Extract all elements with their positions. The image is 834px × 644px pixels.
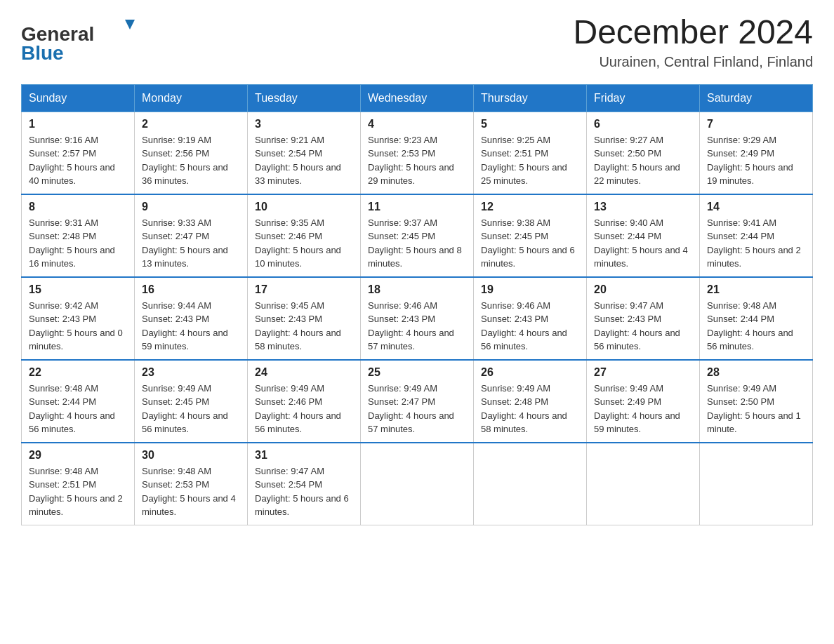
- day-info: Sunrise: 9:48 AM Sunset: 2:53 PM Dayligh…: [142, 464, 240, 519]
- day-header-tuesday: Tuesday: [248, 84, 361, 112]
- calendar-week-1: 1 Sunrise: 9:16 AM Sunset: 2:57 PM Dayli…: [22, 112, 813, 194]
- calendar-table: SundayMondayTuesdayWednesdayThursdayFrid…: [21, 84, 813, 525]
- day-info: Sunrise: 9:44 AM Sunset: 2:43 PM Dayligh…: [142, 299, 240, 354]
- day-number: 4: [368, 118, 466, 130]
- calendar-cell: 5 Sunrise: 9:25 AM Sunset: 2:51 PM Dayli…: [474, 112, 587, 194]
- calendar-cell: 19 Sunrise: 9:46 AM Sunset: 2:43 PM Dayl…: [474, 277, 587, 360]
- day-info: Sunrise: 9:49 AM Sunset: 2:50 PM Dayligh…: [707, 382, 805, 436]
- calendar-cell: 23 Sunrise: 9:49 AM Sunset: 2:45 PM Dayl…: [135, 360, 248, 443]
- day-number: 5: [481, 118, 579, 130]
- calendar-cell: 25 Sunrise: 9:49 AM Sunset: 2:47 PM Dayl…: [361, 360, 474, 443]
- day-number: 29: [29, 449, 127, 462]
- calendar-cell: 28 Sunrise: 9:49 AM Sunset: 2:50 PM Dayl…: [700, 360, 813, 443]
- calendar-cell: 1 Sunrise: 9:16 AM Sunset: 2:57 PM Dayli…: [22, 112, 135, 194]
- day-header-sunday: Sunday: [22, 84, 135, 112]
- day-number: 20: [594, 283, 692, 296]
- day-number: 7: [707, 118, 805, 130]
- day-number: 15: [29, 283, 127, 296]
- day-number: 19: [481, 283, 579, 296]
- day-info: Sunrise: 9:49 AM Sunset: 2:47 PM Dayligh…: [368, 382, 466, 436]
- day-info: Sunrise: 9:47 AM Sunset: 2:54 PM Dayligh…: [255, 464, 353, 519]
- day-info: Sunrise: 9:31 AM Sunset: 2:48 PM Dayligh…: [29, 216, 127, 271]
- day-number: 1: [29, 118, 127, 130]
- calendar-cell: 31 Sunrise: 9:47 AM Sunset: 2:54 PM Dayl…: [248, 443, 361, 525]
- day-number: 16: [142, 283, 240, 296]
- calendar-cell: 20 Sunrise: 9:47 AM Sunset: 2:43 PM Dayl…: [587, 277, 700, 360]
- calendar-cell: 15 Sunrise: 9:42 AM Sunset: 2:43 PM Dayl…: [22, 277, 135, 360]
- day-number: 31: [255, 449, 353, 462]
- day-number: 8: [29, 201, 127, 213]
- day-info: Sunrise: 9:40 AM Sunset: 2:44 PM Dayligh…: [594, 216, 692, 271]
- day-info: Sunrise: 9:47 AM Sunset: 2:43 PM Dayligh…: [594, 299, 692, 354]
- logo-general-text: General Blue: [21, 14, 154, 66]
- calendar-cell: 7 Sunrise: 9:29 AM Sunset: 2:49 PM Dayli…: [700, 112, 813, 194]
- day-info: Sunrise: 9:25 AM Sunset: 2:51 PM Dayligh…: [481, 133, 579, 188]
- calendar-cell: 21 Sunrise: 9:48 AM Sunset: 2:44 PM Dayl…: [700, 277, 813, 360]
- calendar-cell: [361, 443, 474, 525]
- day-number: 9: [142, 201, 240, 213]
- day-number: 21: [707, 283, 805, 296]
- day-info: Sunrise: 9:23 AM Sunset: 2:53 PM Dayligh…: [368, 133, 466, 188]
- calendar-week-3: 15 Sunrise: 9:42 AM Sunset: 2:43 PM Dayl…: [22, 277, 813, 360]
- calendar-cell: [587, 443, 700, 525]
- svg-marker-1: [125, 20, 135, 29]
- day-header-monday: Monday: [135, 84, 248, 112]
- calendar-cell: 3 Sunrise: 9:21 AM Sunset: 2:54 PM Dayli…: [248, 112, 361, 194]
- calendar-cell: 29 Sunrise: 9:48 AM Sunset: 2:51 PM Dayl…: [22, 443, 135, 525]
- day-number: 23: [142, 366, 240, 379]
- day-header-saturday: Saturday: [700, 84, 813, 112]
- calendar-cell: 13 Sunrise: 9:40 AM Sunset: 2:44 PM Dayl…: [587, 194, 700, 277]
- day-info: Sunrise: 9:48 AM Sunset: 2:44 PM Dayligh…: [29, 382, 127, 436]
- day-info: Sunrise: 9:27 AM Sunset: 2:50 PM Dayligh…: [594, 133, 692, 188]
- calendar-cell: 2 Sunrise: 9:19 AM Sunset: 2:56 PM Dayli…: [135, 112, 248, 194]
- day-number: 30: [142, 449, 240, 462]
- day-info: Sunrise: 9:16 AM Sunset: 2:57 PM Dayligh…: [29, 133, 127, 188]
- calendar-cell: 4 Sunrise: 9:23 AM Sunset: 2:53 PM Dayli…: [361, 112, 474, 194]
- calendar-week-4: 22 Sunrise: 9:48 AM Sunset: 2:44 PM Dayl…: [22, 360, 813, 443]
- day-number: 3: [255, 118, 353, 130]
- calendar-cell: 16 Sunrise: 9:44 AM Sunset: 2:43 PM Dayl…: [135, 277, 248, 360]
- day-info: Sunrise: 9:49 AM Sunset: 2:48 PM Dayligh…: [481, 382, 579, 436]
- day-info: Sunrise: 9:35 AM Sunset: 2:46 PM Dayligh…: [255, 216, 353, 271]
- title-block: December 2024 Uurainen, Central Finland,…: [573, 14, 813, 70]
- page-header: General Blue December 2024 Uurainen, Cen…: [21, 14, 813, 70]
- day-header-wednesday: Wednesday: [361, 84, 474, 112]
- calendar-cell: 6 Sunrise: 9:27 AM Sunset: 2:50 PM Dayli…: [587, 112, 700, 194]
- day-info: Sunrise: 9:38 AM Sunset: 2:45 PM Dayligh…: [481, 216, 579, 271]
- day-number: 13: [594, 201, 692, 213]
- calendar-cell: 11 Sunrise: 9:37 AM Sunset: 2:45 PM Dayl…: [361, 194, 474, 277]
- calendar-cell: 22 Sunrise: 9:48 AM Sunset: 2:44 PM Dayl…: [22, 360, 135, 443]
- month-title: December 2024: [573, 14, 813, 51]
- day-header-thursday: Thursday: [474, 84, 587, 112]
- day-info: Sunrise: 9:45 AM Sunset: 2:43 PM Dayligh…: [255, 299, 353, 354]
- day-number: 28: [707, 366, 805, 379]
- calendar-cell: 8 Sunrise: 9:31 AM Sunset: 2:48 PM Dayli…: [22, 194, 135, 277]
- day-number: 14: [707, 201, 805, 213]
- calendar-cell: 26 Sunrise: 9:49 AM Sunset: 2:48 PM Dayl…: [474, 360, 587, 443]
- calendar-week-5: 29 Sunrise: 9:48 AM Sunset: 2:51 PM Dayl…: [22, 443, 813, 525]
- day-info: Sunrise: 9:37 AM Sunset: 2:45 PM Dayligh…: [368, 216, 466, 271]
- day-number: 11: [368, 201, 466, 213]
- day-number: 26: [481, 366, 579, 379]
- svg-text:Blue: Blue: [21, 42, 64, 63]
- day-info: Sunrise: 9:41 AM Sunset: 2:44 PM Dayligh…: [707, 216, 805, 271]
- day-number: 27: [594, 366, 692, 379]
- day-info: Sunrise: 9:19 AM Sunset: 2:56 PM Dayligh…: [142, 133, 240, 188]
- calendar-cell: [700, 443, 813, 525]
- day-info: Sunrise: 9:21 AM Sunset: 2:54 PM Dayligh…: [255, 133, 353, 188]
- calendar-header-row: SundayMondayTuesdayWednesdayThursdayFrid…: [22, 84, 813, 112]
- day-info: Sunrise: 9:29 AM Sunset: 2:49 PM Dayligh…: [707, 133, 805, 188]
- day-number: 2: [142, 118, 240, 130]
- day-info: Sunrise: 9:49 AM Sunset: 2:45 PM Dayligh…: [142, 382, 240, 436]
- calendar-cell: 30 Sunrise: 9:48 AM Sunset: 2:53 PM Dayl…: [135, 443, 248, 525]
- day-info: Sunrise: 9:42 AM Sunset: 2:43 PM Dayligh…: [29, 299, 127, 354]
- calendar-cell: 12 Sunrise: 9:38 AM Sunset: 2:45 PM Dayl…: [474, 194, 587, 277]
- day-info: Sunrise: 9:48 AM Sunset: 2:44 PM Dayligh…: [707, 299, 805, 354]
- location-subtitle: Uurainen, Central Finland, Finland: [573, 54, 813, 70]
- calendar-cell: 27 Sunrise: 9:49 AM Sunset: 2:49 PM Dayl…: [587, 360, 700, 443]
- day-info: Sunrise: 9:33 AM Sunset: 2:47 PM Dayligh…: [142, 216, 240, 271]
- day-number: 22: [29, 366, 127, 379]
- day-header-friday: Friday: [587, 84, 700, 112]
- day-number: 25: [368, 366, 466, 379]
- calendar-cell: [474, 443, 587, 525]
